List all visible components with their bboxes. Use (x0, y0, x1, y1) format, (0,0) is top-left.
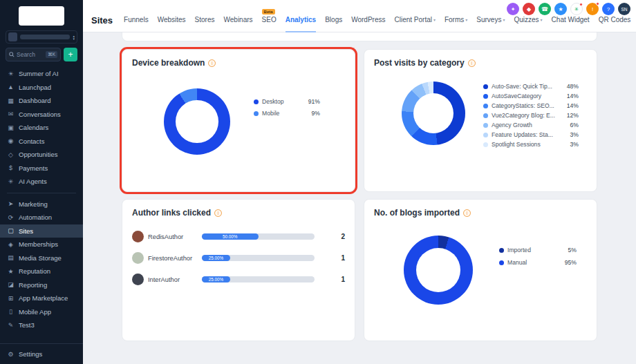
chart-legend: Auto-Save: Quick Tip...48%AutoSaveCatego… (483, 83, 579, 148)
tab-label: Funnels (124, 16, 149, 23)
quick-add-button[interactable]: + (64, 48, 77, 61)
legend-label: AutoSaveCategory (492, 93, 561, 99)
sidebar-item-label: AI Agents (19, 178, 47, 185)
sidebar-search-input[interactable]: Search ⌘K (6, 48, 61, 61)
phone-icon[interactable]: ☎ (539, 3, 551, 15)
sidebar-item-sites[interactable]: ▢Sites (0, 224, 83, 238)
sidebar-item-automation[interactable]: ⟳Automation (0, 211, 83, 224)
notification-dot (596, 2, 599, 6)
tab-label: Stores (195, 16, 215, 23)
author-avatar (132, 231, 144, 242)
community-icon[interactable]: ✳ (570, 3, 583, 15)
tab-surveys[interactable]: Surveys▾ (476, 0, 505, 32)
tab-client-portal[interactable]: Client Portal▾ (394, 0, 435, 32)
account-switcher[interactable]: ▴ ▾ (6, 30, 77, 44)
sidebar-item-contacts[interactable]: ◉Contacts (0, 135, 83, 149)
media-storage-icon: ▤ (7, 254, 15, 261)
help-icon[interactable]: ? (602, 3, 615, 15)
legend-value: 12% (565, 112, 579, 119)
sites-icon: ▢ (7, 227, 15, 234)
sidebar-item-label: Media Storage (19, 254, 62, 262)
sidebar-item-label: Reporting (19, 281, 47, 289)
sidebar-item-label: Mobile App (19, 308, 51, 316)
card-author-links-clicked: Author links clicked i RedisAuthor50.00%… (122, 199, 355, 341)
chart-area: Imported5%Manual95% (374, 236, 587, 305)
tab-analytics[interactable]: Analytics (286, 0, 316, 32)
tab-wordpress[interactable]: WordPress (351, 0, 385, 32)
sidebar-item-label: Dashboard (19, 97, 50, 104)
chart-area: Desktop91%Mobile9% (132, 88, 345, 155)
legend-row: Spotlight Sessions3% (483, 141, 579, 148)
labs-icon[interactable]: ✦ (507, 3, 519, 15)
user-avatar[interactable]: SN (618, 3, 630, 15)
sidebar-item-memberships[interactable]: ◈Memberships (0, 238, 83, 251)
chevron-down-icon: ▾ (541, 17, 543, 22)
media-icon[interactable]: ◆ (523, 3, 535, 15)
sidebar-item-payments[interactable]: $Payments (0, 162, 83, 175)
sidebar-item-test3[interactable]: ✎Test3 (0, 318, 83, 332)
tab-funnels[interactable]: Funnels (124, 0, 149, 32)
info-icon[interactable]: i (468, 59, 476, 67)
legend-dot-icon (483, 104, 488, 108)
sidebar-item-reporting[interactable]: ◪Reporting (0, 278, 83, 292)
tab-webinars[interactable]: Webinars (224, 0, 253, 32)
sidebar-item-ai-agents[interactable]: ✳AI Agents (0, 175, 83, 189)
post-visits-donut (402, 82, 465, 145)
sidebar-item-opportunities[interactable]: ◇Opportunities (0, 148, 83, 162)
analytics-grid: Device breakdown i Desktop91%Mobile9% Po… (122, 49, 597, 341)
analytics-content[interactable]: Device breakdown i Desktop91%Mobile9% Po… (83, 32, 636, 364)
info-icon[interactable]: i (463, 209, 471, 217)
sidebar-item-label: Summer of AI (19, 70, 59, 77)
page-header: Sites FunnelsWebsitesStoresWebinarsSEOBe… (83, 0, 636, 32)
tab-forms[interactable]: Forms▾ (445, 0, 467, 32)
info-icon[interactable]: i (214, 209, 222, 217)
sidebar-item-label: Payments (19, 164, 48, 172)
chevron-down-icon: ▾ (73, 37, 75, 40)
tab-seo[interactable]: SEOBeta (262, 0, 277, 32)
legend-row: Vue2Category Blog: E...12% (483, 112, 579, 119)
sidebar-item-settings[interactable]: ⚙ Settings (0, 343, 83, 364)
sidebar-item-reputation[interactable]: ★Reputation (0, 265, 83, 278)
legend-label: Agency Growth (492, 122, 561, 128)
author-click-count: 1 (333, 276, 345, 283)
mobile-icon: ▯ (7, 308, 15, 315)
search-shortcut-badge: ⌘K (46, 51, 57, 58)
tab-stores[interactable]: Stores (195, 0, 215, 32)
sidebar-item-dashboard[interactable]: ▦Dashboard (0, 94, 83, 108)
notifications-bell-icon[interactable]: ! (586, 3, 599, 15)
memberships-icon: ◈ (7, 241, 15, 248)
chart-legend: Imported5%Manual95% (499, 247, 577, 305)
author-name: FirestoreAuthor (148, 255, 199, 262)
legend-label: Spotlight Sessions (492, 141, 561, 148)
education-icon[interactable]: ★ (554, 3, 567, 15)
sidebar-item-label: App Marketplace (19, 294, 68, 302)
sidebar-item-conversations[interactable]: ✉Conversations (0, 108, 83, 122)
author-click-count: 2 (333, 233, 345, 240)
agency-logo[interactable] (19, 6, 64, 26)
author-progress-bar: 25.00% (202, 255, 315, 261)
tab-websites[interactable]: Websites (158, 0, 186, 32)
header-quick-icons: ✦◆☎★✳!?SN (507, 3, 630, 15)
sidebar-search-row: Search ⌘K + (6, 48, 77, 61)
sidebar-item-marketing[interactable]: ➤Marketing (0, 198, 83, 211)
sidebar-item-media-storage[interactable]: ▤Media Storage (0, 251, 83, 265)
legend-label: CategoryStatics: SEO... (492, 102, 561, 109)
chat-icon: ✉ (7, 111, 15, 117)
sidebar-item-app-marketplace[interactable]: ⊞App Marketplace (0, 291, 83, 305)
sidebar-item-summer-of-ai[interactable]: ☀Summer of AI (0, 67, 83, 81)
sidebar-item-mobile-app[interactable]: ▯Mobile App (0, 305, 83, 319)
legend-row: Feature Updates: Sta...3% (483, 131, 579, 138)
sidebar-item-calendars[interactable]: ▣Calendars (0, 121, 83, 135)
legend-label: Feature Updates: Sta... (492, 131, 561, 138)
legend-dot-icon (483, 123, 488, 128)
tab-blogs[interactable]: Blogs (325, 0, 342, 32)
chevron-down-icon: ▾ (503, 17, 505, 22)
device-breakdown-donut (164, 88, 230, 155)
card-post-visits-by-category: Post visits by category i Auto-Save: Qui… (364, 49, 597, 192)
info-icon[interactable]: i (208, 59, 216, 67)
rocket-icon: ▲ (7, 84, 15, 90)
sidebar-item-launchpad[interactable]: ▲Launchpad (0, 81, 83, 95)
author-row: FirestoreAuthor25.00%1 (132, 247, 345, 269)
author-progress-fill: 50.00% (202, 233, 259, 240)
gear-icon: ⚙ (7, 351, 15, 358)
